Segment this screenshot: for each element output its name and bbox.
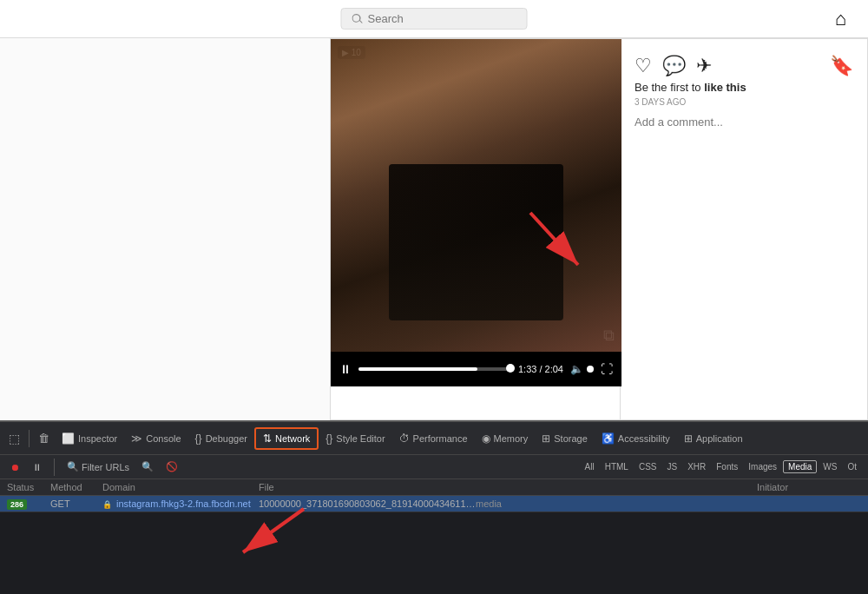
share-button[interactable]: ✈ [696,55,712,77]
home-icon[interactable]: ⌂ [835,8,846,30]
col-header-domain: Domain [102,482,259,492]
tab-accessibility[interactable]: ♿ Accessibility [595,429,677,448]
tab-style-editor[interactable]: {} Style Editor [319,429,391,448]
main-content: ▶ 10 ⧉ ⏸ [0,38,868,420]
video-thumbnail: ▶ 10 ⧉ [331,39,621,352]
filter-ws[interactable]: WS [819,460,841,473]
progress-bar[interactable] [358,367,511,371]
pause-network-button[interactable]: ⏸ [29,460,45,474]
tab-storage[interactable]: ⊞ Storage [535,429,595,448]
status-badge: 286 [7,498,50,509]
filter-type-buttons: All HTML CSS JS XHR Fonts Images Media W… [581,460,861,473]
filter-all[interactable]: All [581,460,599,473]
col-header-status: Status [7,482,50,492]
tab-console[interactable]: ≫ Console [124,429,187,448]
debugger-icon: {} [195,432,202,445]
search-bar[interactable] [341,8,528,30]
application-icon: ⊞ [684,432,693,445]
tab-inspector[interactable]: ⬜ Inspector [55,429,124,448]
search-network-button[interactable]: 🔍 [138,459,157,474]
accessibility-icon: ♿ [602,432,615,445]
inspector-icon: ⬜ [62,432,75,445]
filter-other[interactable]: Ot [843,460,861,473]
network-table: 286 GET 🔒 instagram.fhkg3-2.fna.fbcdn.ne… [0,496,868,594]
right-panel: ♡ 💬 ✈ 🔖 Be the first to like this 3 DAYS… [621,38,868,420]
post-container: ▶ 10 ⧉ ⏸ [330,38,621,420]
search-input[interactable] [368,12,516,25]
inspect-icon: ⬚ [9,432,20,446]
style-editor-icon: {} [326,432,332,445]
progress-dot [506,364,515,373]
tab-debugger[interactable]: {} Debugger [188,429,254,448]
initiator-cell: media [476,498,580,509]
like-button[interactable]: ♡ [635,55,652,77]
method-cell: GET [50,498,102,509]
filter-media[interactable]: Media [783,460,817,473]
network-toolbar: ⏺ ⏸ 🔍 Filter URLs 🔍 🚫 All HTML CSS JS XH… [0,455,868,479]
video-controls: ⏸ 1:33 / 2:04 🔈 ⛶ [331,352,621,386]
left-sidebar [0,38,330,420]
likes-text: Be the first to like this [635,81,853,94]
inspect-element-button[interactable]: ⬚ [3,428,25,449]
filter-js[interactable]: JS [662,460,681,473]
filter-css[interactable]: CSS [635,460,661,473]
memory-icon: ◉ [482,432,490,445]
network-table-header: Status Method Domain File Initiator [0,479,868,496]
table-row[interactable]: 286 GET 🔒 instagram.fhkg3-2.fna.fbcdn.ne… [0,496,868,512]
progress-fill [358,367,477,371]
col-header-file: File [259,482,757,492]
pause-button[interactable]: ⏸ [339,362,352,376]
network-icon: ⇅ [263,432,272,445]
filter-images[interactable]: Images [744,460,781,473]
add-comment-input[interactable] [635,116,853,129]
red-arrow-1 [504,195,608,300]
clear-button[interactable]: 🗑 [33,428,55,448]
timestamp: 3 DAYS AGO [635,97,853,107]
volume-icon[interactable]: 🔈 [570,363,583,375]
console-icon: ≫ [131,432,142,445]
comment-button[interactable]: 💬 [662,55,686,77]
col-header-initiator: Initiator [757,482,861,492]
tab-network[interactable]: ⇅ Network [254,427,319,450]
video-player[interactable]: ▶ 10 ⧉ ⏸ [331,39,621,386]
toolbar-separator [29,430,30,447]
volume-dot [587,366,594,373]
domain-cell: 🔒 instagram.fhkg3-2.fna.fbcdn.net [102,498,259,509]
file-cell: 10000000_371801690803062_819140004346112… [259,498,476,509]
col-header-method: Method [50,482,102,492]
performance-icon: ⏱ [399,432,410,445]
filter-xhr[interactable]: XHR [683,460,710,473]
volume-area: 🔈 [570,363,594,375]
tab-memory[interactable]: ◉ Memory [475,429,536,448]
filter-fonts[interactable]: Fonts [712,460,742,473]
time-display: 1:33 / 2:04 [518,364,563,374]
tab-application[interactable]: ⊞ Application [677,429,750,448]
bookmark-button[interactable]: 🔖 [830,55,853,77]
filter-button[interactable]: 🔍 Filter URLs [63,459,133,474]
trash-icon: 🗑 [38,432,49,445]
search-icon [352,14,363,24]
devtools-panel: ⬚ 🗑 ⬜ Inspector ≫ Console {} Debugger ⇅ … [0,420,868,594]
filter-html[interactable]: HTML [601,460,633,473]
clear-network-button[interactable]: 🚫 [162,459,181,474]
storage-icon: ⊞ [542,432,550,445]
fullscreen-button[interactable]: ⛶ [601,362,613,376]
devtools-toolbar: ⬚ 🗑 ⬜ Inspector ≫ Console {} Debugger ⇅ … [0,422,868,455]
filter-icon: 🔍 [67,461,79,472]
page-header: Instagram ⌂ [0,0,868,38]
tab-performance[interactable]: ⏱ Performance [392,429,475,448]
post-actions: ♡ 💬 ✈ 🔖 [635,48,853,81]
record-button[interactable]: ⏺ [7,460,23,474]
svg-line-1 [530,213,578,265]
toolbar-sep-2 [54,459,55,476]
lock-icon: 🔒 [102,500,112,509]
